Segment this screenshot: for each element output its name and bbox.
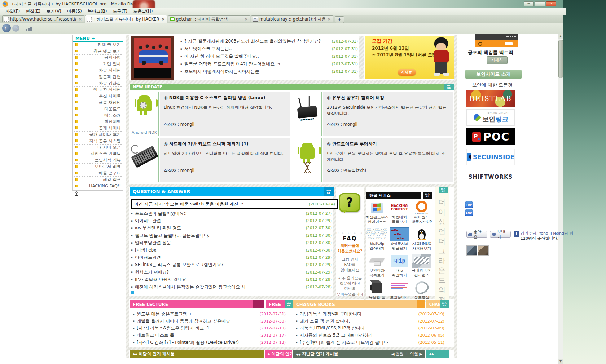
service-trace-ip[interactable]: XX.XXX.XXXXXX.X.X.XXXXX.X.XX.XXXXX.XXX.X… — [366, 227, 388, 254]
service-hacking-contest[interactable]: HACKINGCONTEST 해킹대회목록보기 — [388, 200, 410, 227]
list-item[interactable]: ▪포트스캔이 불법이었네요;;(2012-07-27) — [131, 210, 332, 217]
strip-more-button[interactable]: MO RE — [439, 187, 448, 193]
tab-1[interactable]: http://www.hackersc...F/essential/11.htm… — [2, 15, 84, 22]
new-update-more-button[interactable]: MO RE — [444, 84, 454, 90]
scroll-end-button[interactable]: END — [465, 209, 473, 216]
facebook-send-button[interactable]: 보내기 — [490, 231, 511, 238]
sidebar-item-qna[interactable]: 질문과 답변 — [73, 74, 123, 80]
sidebar-item-my-server[interactable]: 내 서버 오픈 — [73, 145, 123, 151]
ad-detail-button[interactable]: 자세히 — [487, 56, 508, 64]
list-item[interactable]: ▪[자작] C 강좌 [7] - Pointer의 활용 (Device Dri… — [133, 339, 286, 346]
menu-tools[interactable]: 도구(T) — [110, 8, 130, 15]
list-item[interactable]: ▪네트워크 테스트 툴(2012-07-17) — [133, 332, 286, 339]
close-button[interactable]: × — [546, 1, 556, 6]
list-item[interactable]: ▪서브넷마스크 구하는법..(2012-07-31) — [180, 45, 358, 53]
card-title[interactable]: ◎ 하드웨어 기반 키보드 스니퍼 제작기 (1) — [164, 141, 286, 147]
sidebar-item-recent-comments[interactable]: 최근 댓글 보기 — [73, 48, 123, 55]
list-item[interactable]: ▪[수정]후니의 쉽게 쓴 시스코 네트워킹 팝니다(2012-05-11) — [296, 339, 444, 346]
list-item[interactable]: ▪IP가 몇달째 바뀌지 않네요(2012-07-28) — [131, 276, 332, 283]
sidebar-item-notice[interactable]: 공지사항 — [73, 55, 123, 61]
list-item[interactable]: ▪ios 무선랜 키 파일 경로(2012-07-30) — [131, 225, 332, 232]
tab-3[interactable]: getchar :: 네이버 통합검색 × — [168, 15, 250, 22]
list-item[interactable]: ▪아이패드관련(2012-07-29) — [131, 254, 332, 261]
qna-more-button[interactable]: MO RE — [324, 187, 334, 196]
sidebar-item-all-posts[interactable]: 전체 글 보기 — [73, 42, 123, 48]
sidebar-item-download[interactable]: 다운로드 — [73, 106, 123, 112]
service-windows-update[interactable]: 최신윈도우즈업데이트~ — [366, 200, 388, 227]
card-title[interactable]: ◎ NDK를 이용한 C 소스코드 컴파일 방법 (Linux) — [164, 95, 286, 101]
update-card-sniffer[interactable]: ◎ 하드웨어 기반 키보드 스니퍼 제작기 (1) 하드웨어 기반 키보드 스니… — [130, 138, 290, 182]
menu-bookmarks[interactable]: 북마크(B) — [85, 8, 110, 15]
scrollbar-thumb[interactable] — [558, 40, 563, 78]
scroll-up-icon[interactable]: ▲ — [558, 34, 563, 39]
list-item[interactable]: ▪밀크군 어택커 프로토타입 0.4가 만들어졌네요 ㅋ(2012-07-31) — [180, 60, 358, 68]
card-title[interactable]: ◎ 안드로이드폰 루팅하기 — [327, 141, 449, 147]
list-item[interactable]: ▪멀티부팅관련 질문(2012-07-30) — [131, 239, 332, 247]
tab-close-icon[interactable]: × — [327, 17, 331, 22]
service-comment[interactable]: →Re→Re→Re 강좌문서에댓글달기 — [388, 227, 410, 254]
sidebar-item-tshirt[interactable]: 해쿨 공구티 — [73, 170, 123, 177]
sidebar-item-chat[interactable]: 해쿨 채팅방 — [73, 99, 123, 106]
card-title[interactable]: ◎ 유무선 공유기 펌웨어 해킹 — [327, 95, 449, 101]
avatar[interactable] — [478, 245, 489, 256]
minimize-button[interactable]: — — [524, 1, 534, 6]
tab-2-active[interactable]: +해커스쿨 커뮤니티+ by HACKERSCHO... × — [85, 15, 167, 23]
tab-4[interactable]: mutablearray :: getchar()의 사용 × — [251, 15, 333, 22]
question-bubble-icon[interactable]: ? — [339, 193, 360, 212]
list-item[interactable]: ▪윈도우 데몬 좋은프로그램ㅋ(2012-07-31) — [133, 311, 286, 318]
beistlab-banner[interactable]: BEISTLAB — [466, 90, 515, 107]
list-item[interactable]: ▪? 지금 질문게시판에 2003년도꺼 최신으로 올라와있는건 착각인가요?(… — [180, 37, 358, 45]
qna-highlighted-item[interactable]: 이건 지금 제가 막 오늘 배운 switch 문을 이용한 계산 프...(2… — [131, 199, 338, 209]
back-button[interactable]: ← — [2, 24, 11, 32]
list-item[interactable]: ▪[어셈] ebx(2012-07-30) — [131, 247, 332, 254]
history-bars-icon[interactable] — [26, 26, 32, 31]
update-card-router[interactable]: ◎ 유무선 공유기 펌웨어 해킹 2012년 Secuinside 보안컨퍼런스… — [293, 92, 453, 136]
sidebar-item-translation-team[interactable]: 해커스쿨 번역팀 — [73, 151, 123, 157]
list-item[interactable]: ▪레벨을 올려서 세미나 등등에 참여하고 싶은데요(2012-07-30) — [133, 318, 286, 325]
menu-view[interactable]: 보기(V) — [44, 8, 64, 15]
recruit-detail-button[interactable]: 자세히 — [398, 69, 416, 76]
menu-edit[interactable]: 편집(E) — [23, 8, 43, 15]
avatar[interactable] — [466, 245, 477, 256]
service-my-ip[interactable]: 내ip 내ip확인하기 — [388, 254, 410, 280]
shiftworks-banner[interactable]: — — —SHIFTWORKS — [466, 169, 515, 183]
new-tab-button[interactable]: + — [335, 16, 344, 23]
update-card-rooting[interactable]: ◎ 안드로이드폰 루팅하기 안드로이드폰을 루팅하는 방법과 루팅 후 유용한 … — [293, 138, 453, 182]
scroll-down-icon[interactable]: ▼ — [558, 359, 563, 364]
list-item[interactable]: ▪쉘코드 만들고 돌릴때... 질문드립니다.(2012-07-30) — [131, 232, 332, 239]
sidebar-item-hacking-faq[interactable]: HACKING FAQ!! — [73, 183, 123, 190]
list-item[interactable]: ▪초보에서 어떻게시작하시는지아시는분(2012-07-31) — [180, 68, 358, 75]
recruit-banner[interactable]: 모집 기간 2012년 6월 13일 ~ 2012년 8월 15일 (서류 모집… — [365, 36, 454, 79]
sidebar-item-member-level[interactable]: 회원레벨 — [73, 119, 123, 125]
sidebar-item-recommend-sites[interactable]: 추천 사이트 — [73, 93, 123, 99]
list-item[interactable]: ▪러닝리눅스 개정5판 구매합니다.(2012-07-19) — [296, 311, 444, 318]
maximize-button[interactable]: ▭ — [535, 1, 545, 6]
free-lecture-more-button[interactable]: MO RE — [285, 300, 293, 308]
month-nav[interactable]: ◀ 전월 ㅣ 익월 ▶ — [391, 351, 422, 357]
sidebar-item-seminar-review[interactable]: 공개 세미나 후기 — [73, 132, 123, 138]
forward-button[interactable]: → — [12, 25, 19, 32]
sidebar-item-book-review[interactable]: 보안서적 리뷰 — [73, 157, 123, 164]
list-item[interactable]: ▪[자작] 리눅스&윈도우 명령어 비교 -1(2012-07-19) — [133, 325, 286, 332]
tab-close-icon[interactable]: × — [78, 17, 83, 22]
facebook-like-button[interactable]: 좋아요 — [466, 231, 487, 238]
menu-file[interactable]: 파일(F) — [3, 8, 22, 15]
service-linux[interactable]: 지금LINUX사용해보기 — [410, 227, 433, 254]
sidebar-item-free-board[interactable]: 자유 게시판 — [73, 67, 123, 74]
sidebar-item-menu-intro[interactable]: 메뉴소개 — [73, 112, 123, 119]
facebook-likers[interactable]: 김기주님, Yong Il Jeong님 외 — [521, 231, 573, 236]
service-cyworld[interactable]: CYWORLD 싸이월드방문자수UP — [410, 200, 433, 227]
security-sites-button[interactable]: 보안사이트 소개 — [465, 70, 522, 79]
change-books-more-button[interactable]: MO RE — [440, 300, 449, 308]
service-conference[interactable]: 국내외 보안컨퍼런스 — [410, 254, 433, 280]
update-card-ndk[interactable]: Android NDK ◎ NDK를 이용한 C 소스코드 컴파일 방법 (Li… — [130, 92, 290, 136]
title-bar[interactable]: +해커스쿨 커뮤니티+ by HACKERSCHOOL.org - Mozill… — [0, 0, 563, 8]
sidebar-item-free-lecture[interactable]: 자유 강좌실 — [73, 80, 123, 87]
tab-close-icon[interactable]: × — [161, 17, 166, 22]
list-item[interactable]: ▪예전에 해커스쿨에서 본적있는 즐찾되있던 링크중에요 사...(2012-0… — [131, 283, 332, 290]
list-item[interactable]: ▪윈헥스가 뭐에요?(2012-07-29) — [131, 268, 332, 276]
list-item[interactable]: ▪SELinux는 리눅스 공통 보안프로그램인가요?(2012-07-29) — [131, 261, 332, 268]
services-more-button[interactable]: MO RE — [423, 192, 432, 199]
list-item[interactable]: ▪해커 스쿨 책 전권 팝니다.(2012-07-12) — [296, 318, 444, 325]
comic-cover-image[interactable] — [131, 36, 174, 80]
